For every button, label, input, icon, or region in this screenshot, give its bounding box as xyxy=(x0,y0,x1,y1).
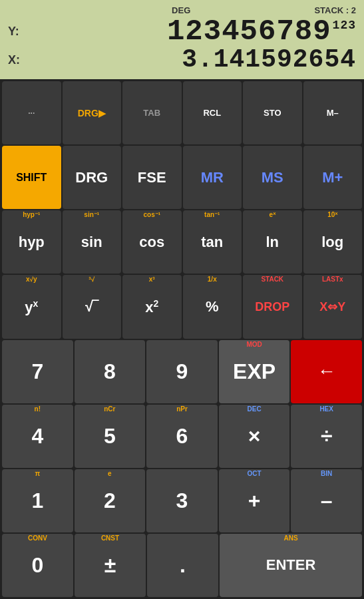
btn-main-label-backspace: ← xyxy=(317,362,336,381)
button-row-row7: π1e23OCT+BIN– xyxy=(2,469,362,532)
btn-two[interactable]: e2 xyxy=(75,469,146,532)
deg-label: DEG xyxy=(48,5,314,15)
btn-main-label-ms: MS xyxy=(262,170,283,185)
btn-minus[interactable]: BIN– xyxy=(291,469,362,532)
btn-cos-inv[interactable]: cos⁻¹cos xyxy=(122,210,182,274)
btn-log-10x[interactable]: 10ˣlog xyxy=(303,210,363,274)
btn-top-label-six: nPr xyxy=(146,406,218,413)
btn-main-label-mminus: M– xyxy=(327,108,339,117)
btn-divide[interactable]: HEX÷ xyxy=(291,405,362,468)
btn-drg[interactable]: DRG xyxy=(63,146,122,209)
btn-top-label-exp: MOD xyxy=(219,341,290,348)
btn-mr[interactable]: MR xyxy=(183,146,242,209)
btn-main-label-xeqy: X⇔Y xyxy=(319,301,345,313)
btn-main-label-six: 6 xyxy=(176,425,188,447)
btn-top-label-one: π xyxy=(2,471,73,477)
btn-main-label-three: 3 xyxy=(176,490,188,511)
btn-main-label-drg: DRG xyxy=(75,170,108,185)
btn-mplus[interactable]: M+ xyxy=(303,146,363,209)
btn-main-label-sin-inv: sin xyxy=(81,235,102,250)
btn-main-label-hyp-inv: hyp xyxy=(19,235,45,250)
y-value: 123456789123 xyxy=(28,17,356,46)
x-value: 3.141592654 xyxy=(28,47,356,73)
btn-main-label-ln-ex: ln xyxy=(266,235,279,250)
btn-drg-arrow[interactable]: DRG▶ xyxy=(63,81,122,144)
btn-main-label-five: 5 xyxy=(104,425,116,447)
btn-top-label-zero: CONV xyxy=(2,535,73,542)
btn-main-label-cos-inv: cos xyxy=(139,235,164,250)
btn-yx[interactable]: x√yyx xyxy=(2,275,61,338)
btn-main-label-mr: MR xyxy=(201,170,224,185)
btn-backspace[interactable]: ← xyxy=(291,340,362,403)
btn-zero[interactable]: CONV0 xyxy=(2,534,73,597)
btn-top-label-four: n! xyxy=(2,406,73,413)
btn-plusminus[interactable]: CNST± xyxy=(75,534,146,597)
btn-plus[interactable]: OCT+ xyxy=(219,469,290,532)
btn-main-label-x2: x2 xyxy=(145,299,158,315)
btn-tab[interactable]: TAB xyxy=(122,81,182,144)
btn-pct[interactable]: 1/x% xyxy=(183,275,242,338)
btn-seven[interactable]: 7 xyxy=(2,340,73,403)
btn-sin-inv[interactable]: sin⁻¹sin xyxy=(63,210,122,274)
btn-x2[interactable]: x³x2 xyxy=(122,275,182,338)
btn-main-label-sqrt: √‾ xyxy=(85,300,98,314)
btn-top-label-divide: HEX xyxy=(291,406,362,413)
btn-four[interactable]: n!4 xyxy=(2,405,73,468)
btn-dot[interactable]: . xyxy=(147,534,218,597)
btn-sto[interactable]: STO xyxy=(243,81,302,144)
y-label: Y: xyxy=(8,25,28,39)
btn-top-label-xeqy: LASTx xyxy=(303,276,363,283)
btn-eight[interactable]: 8 xyxy=(75,340,146,403)
button-row-row4: x√yyx³√√‾x³x21/x%STACKDROPLASTxX⇔Y xyxy=(2,275,362,338)
btn-multiply[interactable]: DEC× xyxy=(219,405,290,468)
btn-ms[interactable]: MS xyxy=(243,146,302,209)
btn-enter[interactable]: ANSENTER xyxy=(220,534,362,597)
btn-tan-inv[interactable]: tan⁻¹tan xyxy=(183,210,242,274)
btn-fse[interactable]: FSE xyxy=(122,146,182,209)
btn-menu[interactable]: ··· xyxy=(2,81,61,144)
button-row-row8: CONV0CNST±.ANSENTER xyxy=(2,534,362,597)
btn-main-label-one: 1 xyxy=(31,490,43,511)
btn-top-label-hyp-inv: hyp⁻¹ xyxy=(2,212,61,218)
button-row-row3: hyp⁻¹hypsin⁻¹sincos⁻¹costan⁻¹taneˣln10ˣl… xyxy=(2,210,362,274)
btn-main-label-nine: 9 xyxy=(176,361,188,382)
btn-top-label-drop: STACK xyxy=(243,276,302,283)
btn-three[interactable]: 3 xyxy=(146,469,218,532)
btn-top-label-log-10x: 10ˣ xyxy=(303,212,363,218)
btn-main-label-eight: 8 xyxy=(104,361,116,382)
btn-ln-ex[interactable]: eˣln xyxy=(243,210,302,274)
btn-main-label-plus: + xyxy=(248,490,261,511)
btn-main-label-shift: SHIFT xyxy=(16,172,47,183)
btn-main-label-menu: ··· xyxy=(28,109,35,117)
x-label: X: xyxy=(8,53,28,67)
btn-main-label-yx: yx xyxy=(25,299,38,315)
btn-top-label-minus: BIN xyxy=(291,471,362,477)
btn-top-label-pct: 1/x xyxy=(183,276,242,283)
btn-top-label-sin-inv: sin⁻¹ xyxy=(63,212,122,218)
btn-main-label-sto: STO xyxy=(264,108,281,117)
btn-main-label-pct: % xyxy=(206,300,219,314)
btn-main-label-tab: TAB xyxy=(143,108,160,117)
btn-rcl[interactable]: RCL xyxy=(183,81,242,144)
btn-nine[interactable]: 9 xyxy=(146,340,218,403)
btn-main-label-log-10x: log xyxy=(321,235,343,250)
btn-top-label-ln-ex: eˣ xyxy=(243,212,302,218)
button-row-row6: n!4nCr5nPr6DEC×HEX÷ xyxy=(2,405,362,468)
btn-main-label-minus: – xyxy=(321,490,333,511)
btn-main-label-enter: ENTER xyxy=(266,558,316,572)
btn-drop[interactable]: STACKDROP xyxy=(243,275,302,338)
btn-shift[interactable]: SHIFT xyxy=(2,146,61,209)
btn-xeqy[interactable]: LASTxX⇔Y xyxy=(303,275,363,338)
btn-six[interactable]: nPr6 xyxy=(146,405,218,468)
btn-exp[interactable]: MODEXP xyxy=(219,340,290,403)
btn-mminus[interactable]: M– xyxy=(303,81,363,144)
btn-main-label-tan-inv: tan xyxy=(201,235,223,250)
btn-five[interactable]: nCr5 xyxy=(75,405,146,468)
btn-main-label-fse: FSE xyxy=(138,170,166,185)
button-row-row2: SHIFTDRGFSEMRMSM+ xyxy=(2,146,362,209)
btn-hyp-inv[interactable]: hyp⁻¹hyp xyxy=(2,210,61,274)
btn-top-label-cos-inv: cos⁻¹ xyxy=(122,212,182,218)
btn-top-label-tan-inv: tan⁻¹ xyxy=(183,212,242,218)
btn-one[interactable]: π1 xyxy=(2,469,73,532)
btn-sqrt[interactable]: ³√√‾ xyxy=(63,275,122,338)
